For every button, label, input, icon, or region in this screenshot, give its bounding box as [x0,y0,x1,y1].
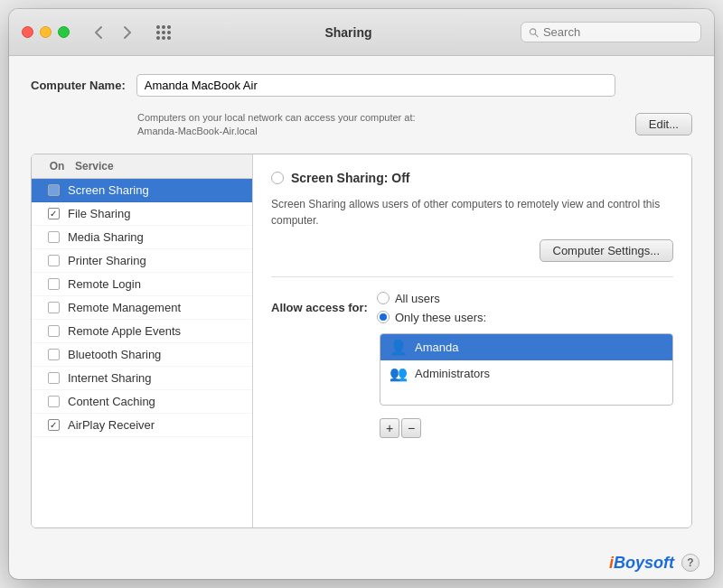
sharing-window: Sharing Computer Name: Computers on your… [9,9,714,579]
sidebar-header: On Service [32,154,252,179]
computer-name-sublabel-line2: Amanda-MacBook-Air.local [137,125,624,138]
checkbox-airplay-receiver[interactable]: ✓ [48,419,60,431]
sidebar-item-bluetooth-sharing[interactable]: Bluetooth Sharing [32,343,252,367]
radio-label-all-users: All users [395,292,440,305]
divider [271,276,673,277]
minimize-button[interactable] [40,26,52,38]
checkbox-screen-sharing[interactable] [48,184,60,196]
checkbox-file-sharing[interactable]: ✓ [48,208,60,219]
user-label-administrators: Administrators [415,367,490,380]
computer-name-right [136,74,692,97]
users-list[interactable]: 👤Amanda👥Administrators [380,333,673,406]
checkbox-remote-management[interactable] [48,302,60,313]
computer-settings-button[interactable]: Computer Settings... [540,239,674,262]
edit-button[interactable]: Edit... [635,113,692,135]
sidebar-item-file-sharing[interactable]: ✓File Sharing [32,202,252,226]
computer-name-input[interactable] [136,74,615,97]
checkbox-content-caching[interactable] [48,396,60,407]
checkbox-remote-login[interactable] [48,278,60,290]
screen-sharing-radio[interactable] [271,172,284,184]
user-icon-administrators: 👥 [390,365,408,382]
access-row: Allow access for: All usersOnly these us… [271,292,673,324]
checkbox-media-sharing[interactable] [48,231,60,243]
forward-button[interactable] [115,23,140,42]
help-button[interactable]: ? [681,554,700,572]
remove-user-button[interactable]: − [401,418,421,438]
back-button[interactable] [86,23,111,42]
computer-name-sublabel-row: Computers on your local network can acce… [137,111,692,139]
sidebar-col-service: Service [75,160,245,173]
checkbox-remote-apple-events[interactable] [48,325,60,337]
computer-name-section: Computer Name: [31,74,692,97]
sidebar-item-airplay-receiver[interactable]: ✓AirPlay Receiver [32,414,252,437]
computer-name-sublabel-line1: Computers on your local network can acce… [137,111,624,125]
user-item-amanda[interactable]: 👤Amanda [380,334,672,360]
sidebar-label-printer-sharing: Printer Sharing [68,254,245,267]
sidebar-item-printer-sharing[interactable]: Printer Sharing [32,249,252,273]
close-button[interactable] [22,26,33,38]
sidebar-label-file-sharing: File Sharing [68,207,245,220]
radio-option-all-users[interactable]: All users [377,292,486,305]
grid-view-button[interactable] [151,23,176,42]
screen-sharing-title: Screen Sharing: Off [291,171,409,185]
sidebar-label-airplay-receiver: AirPlay Receiver [68,418,245,432]
checkbox-bluetooth-sharing[interactable] [48,349,60,360]
checkbox-printer-sharing[interactable] [48,255,60,266]
iboysoft-brand: iBoysoft [609,554,674,573]
sidebar-label-internet-sharing: Internet Sharing [68,371,245,385]
search-bar[interactable] [521,22,701,42]
sidebar-label-remote-management: Remote Management [68,301,245,314]
sidebar-item-content-caching[interactable]: Content Caching [32,390,252,414]
nav-buttons [86,23,140,42]
sidebar-label-content-caching: Content Caching [68,395,245,408]
checkbox-internet-sharing[interactable] [48,372,60,384]
fullscreen-button[interactable] [58,26,70,38]
search-icon [529,27,539,38]
window-title: Sharing [187,25,510,40]
access-section: Allow access for: All usersOnly these us… [271,292,673,438]
screen-sharing-desc: Screen Sharing allows users of other com… [271,196,673,229]
user-label-amanda: Amanda [415,341,458,354]
sidebar-col-on: On [39,160,75,173]
sidebar-item-media-sharing[interactable]: Media Sharing [32,226,252,249]
sidebar-item-internet-sharing[interactable]: Internet Sharing [32,367,252,390]
sidebar-list: Screen Sharing✓File SharingMedia Sharing… [32,179,252,527]
user-item-administrators[interactable]: 👥Administrators [380,360,672,387]
traffic-lights [22,26,70,38]
sidebar-label-media-sharing: Media Sharing [68,230,245,244]
users-toolbar: + − [380,418,673,438]
radio-group: All usersOnly these users: [377,292,486,324]
add-user-button[interactable]: + [380,418,399,438]
user-icon-amanda: 👤 [390,339,408,356]
radio-circle-only-these-users [377,311,390,323]
sidebar-label-bluetooth-sharing: Bluetooth Sharing [68,348,245,361]
sidebar-label-remote-apple-events: Remote Apple Events [68,324,245,338]
computer-name-label: Computer Name: [31,74,126,92]
radio-circle-all-users [377,292,390,304]
radio-option-only-these-users[interactable]: Only these users: [377,311,486,324]
content-area: Computer Name: Computers on your local n… [9,56,714,546]
sidebar-item-remote-management[interactable]: Remote Management [32,296,252,320]
svg-line-1 [535,33,538,36]
radio-label-only-these-users: Only these users: [395,311,486,324]
screen-sharing-header: Screen Sharing: Off [271,171,673,185]
titlebar: Sharing [9,9,714,56]
sidebar-item-remote-login[interactable]: Remote Login [32,273,252,296]
allow-access-label: Allow access for: [271,301,368,314]
footer: iBoysoft ? [9,546,714,579]
sidebar-item-remote-apple-events[interactable]: Remote Apple Events [32,320,252,343]
sidebar-label-screen-sharing: Screen Sharing [68,183,245,197]
sidebar-item-screen-sharing[interactable]: Screen Sharing [32,179,252,202]
sidebar-label-remote-login: Remote Login [68,277,245,291]
sidebar: On Service Screen Sharing✓File SharingMe… [32,154,253,527]
search-input[interactable] [543,25,693,39]
right-panel: Screen Sharing: Off Screen Sharing allow… [253,154,691,527]
main-panel: On Service Screen Sharing✓File SharingMe… [31,154,692,528]
